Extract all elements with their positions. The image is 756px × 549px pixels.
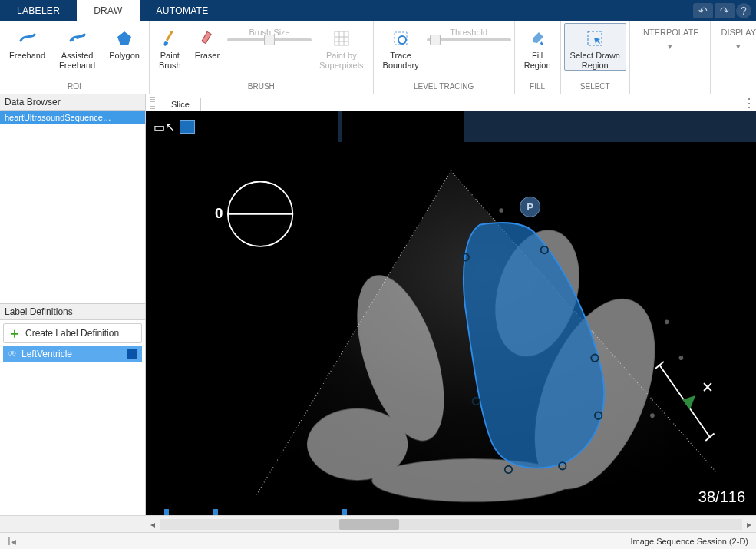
tab-draw[interactable]: DRAW: [77, 0, 139, 21]
tool-paint-by-superpixels[interactable]: Paint by Superpixels: [313, 23, 369, 70]
ribbon-group-label: BRUSH: [153, 82, 370, 94]
tool-label: Polygon: [109, 51, 140, 61]
label-name: LeftVentricle: [21, 349, 72, 359]
fill-region-icon: [528, 28, 546, 49]
tool-polygon[interactable]: Polygon: [103, 23, 146, 61]
svg-text:P: P: [527, 201, 533, 213]
label-color-swatch[interactable]: [127, 349, 137, 359]
ribbon-group-label: [633, 82, 707, 94]
visibility-icon[interactable]: 👁: [8, 349, 21, 359]
slider-label: Threshold: [450, 28, 487, 37]
tool-label: Freehand: [9, 51, 45, 61]
tool-label: Trace Boundary: [383, 51, 419, 70]
ribbon-group-display: DISPLAY ▾: [711, 21, 756, 94]
go-first-frame-button[interactable]: I◂: [0, 535, 24, 547]
label-definitions-title: Label Definitions: [0, 304, 145, 320]
plus-icon: ＋: [8, 327, 21, 339]
content-area: Data Browser heartUltrasoundSequence… La…: [0, 94, 756, 515]
timeline[interactable]: [146, 509, 756, 515]
create-label-definition-button[interactable]: ＋ Create Label Definition: [3, 323, 142, 343]
label-definition-item[interactable]: 👁 LeftVentricle: [3, 346, 142, 362]
left-panel: Data Browser heartUltrasoundSequence… La…: [0, 94, 146, 515]
svg-point-18: [650, 413, 655, 418]
tool-eraser[interactable]: Eraser: [189, 23, 226, 61]
data-browser[interactable]: heartUltrasoundSequence…: [0, 111, 145, 303]
main-panel: Slice ⋮ ▭↖: [146, 94, 756, 515]
tool-assisted-freehand[interactable]: Assisted Freehand: [53, 23, 101, 70]
trace-boundary-icon: [391, 28, 410, 49]
svg-rect-4: [166, 31, 173, 41]
superpixels-icon: [332, 28, 351, 49]
ribbon-group-label: LEVEL TRACING: [377, 82, 511, 94]
tabstrip: LABELER DRAW AUTOMATE ↶ ↷ ?: [0, 0, 756, 21]
tool-label: Select Drawn Region: [570, 51, 620, 70]
image-canvas[interactable]: ▭↖: [146, 111, 756, 515]
ribbon-group-label: [714, 82, 756, 94]
cursor-tool-icon[interactable]: ▭↖: [154, 120, 175, 134]
svg-point-8: [398, 36, 406, 44]
dropdown-label: INTERPOLATE: [641, 28, 699, 37]
scroll-thumb[interactable]: [339, 519, 399, 530]
canvas-h-scrollbar[interactable]: ◂ ▸: [0, 515, 756, 532]
slice-tab-bar: Slice ⋮: [146, 94, 756, 111]
ribbon-group-label: ROI: [3, 82, 146, 94]
svg-rect-6: [335, 31, 348, 45]
ultrasound-display: 0 P ✕: [146, 142, 756, 509]
tool-freehand[interactable]: Freehand: [3, 23, 51, 61]
svg-point-16: [665, 320, 669, 325]
ribbon-group-interpolate: INTERPOLATE ▾: [630, 21, 711, 94]
tool-trace-boundary[interactable]: Trace Boundary: [377, 23, 425, 70]
ribbon-group-fill: Fill Region FILL: [515, 21, 561, 94]
scroll-left-button[interactable]: ◂: [146, 519, 160, 530]
frame-counter: 38/116: [698, 488, 745, 506]
scroll-track[interactable]: [160, 519, 742, 530]
ribbon: Freehand Assisted Freehand Polygon ROI: [0, 21, 756, 94]
scroll-right-button[interactable]: ▸: [742, 519, 756, 530]
undo-button[interactable]: ↶: [693, 3, 713, 18]
svg-text:0: 0: [215, 205, 223, 221]
probe-marker: P: [520, 197, 540, 217]
label-definitions-panel: Label Definitions ＋ Create Label Definit…: [0, 303, 145, 515]
threshold-slider[interactable]: Threshold: [427, 23, 511, 41]
svg-point-19: [499, 208, 503, 213]
dropdown-label: DISPLAY: [721, 28, 756, 37]
slice-overflow-menu[interactable]: ⋮: [742, 96, 756, 111]
create-label-text: Create Label Definition: [25, 328, 119, 339]
display-dropdown[interactable]: DISPLAY ▾: [714, 23, 756, 56]
tool-fill-region[interactable]: Fill Region: [518, 23, 557, 70]
tool-label: Eraser: [195, 51, 220, 61]
polygon-icon: [115, 28, 134, 49]
label-color-picker[interactable]: [180, 120, 195, 134]
slice-grip[interactable]: [150, 97, 155, 111]
tool-label: Paint Brush: [159, 51, 181, 70]
ribbon-group-level-tracing: Trace Boundary Threshold LEVEL TRACING: [374, 21, 515, 94]
tab-automate[interactable]: AUTOMATE: [140, 0, 226, 21]
chevron-down-icon: ▾: [668, 41, 672, 51]
svg-marker-3: [117, 31, 131, 45]
redo-button[interactable]: ↷: [715, 3, 735, 18]
interpolate-dropdown[interactable]: INTERPOLATE ▾: [633, 23, 707, 56]
help-button[interactable]: ?: [736, 3, 751, 18]
tool-paint-brush[interactable]: Paint Brush: [153, 23, 187, 70]
slice-tab[interactable]: Slice: [160, 98, 201, 111]
svg-point-0: [71, 38, 74, 41]
ribbon-group-select: Select Drawn Region SELECT: [561, 21, 630, 94]
ribbon-group-label: SELECT: [564, 82, 626, 94]
data-browser-item[interactable]: heartUltrasoundSequence…: [0, 111, 145, 124]
ribbon-group-label: FILL: [518, 82, 557, 94]
tab-labeler[interactable]: LABELER: [0, 0, 77, 21]
paint-brush-icon: [160, 28, 179, 49]
ribbon-group-brush: Paint Brush Eraser Brush Size Paint by S…: [150, 21, 374, 94]
data-browser-title: Data Browser: [0, 94, 145, 111]
brush-size-slider[interactable]: Brush Size: [227, 23, 312, 41]
assisted-freehand-icon: [68, 28, 87, 49]
freehand-icon: [18, 28, 37, 49]
ribbon-group-roi: Freehand Assisted Freehand Polygon ROI: [0, 21, 150, 94]
tool-label: Fill Region: [524, 51, 551, 70]
svg-rect-5: [202, 31, 211, 43]
tool-select-drawn-region[interactable]: Select Drawn Region: [564, 23, 626, 71]
select-drawn-region-icon: [586, 28, 604, 49]
session-status: Image Sequence Session (2-D): [631, 537, 756, 546]
status-bar: I◂ Image Sequence Session (2-D): [0, 532, 756, 549]
tool-label: Paint by Superpixels: [319, 51, 363, 70]
